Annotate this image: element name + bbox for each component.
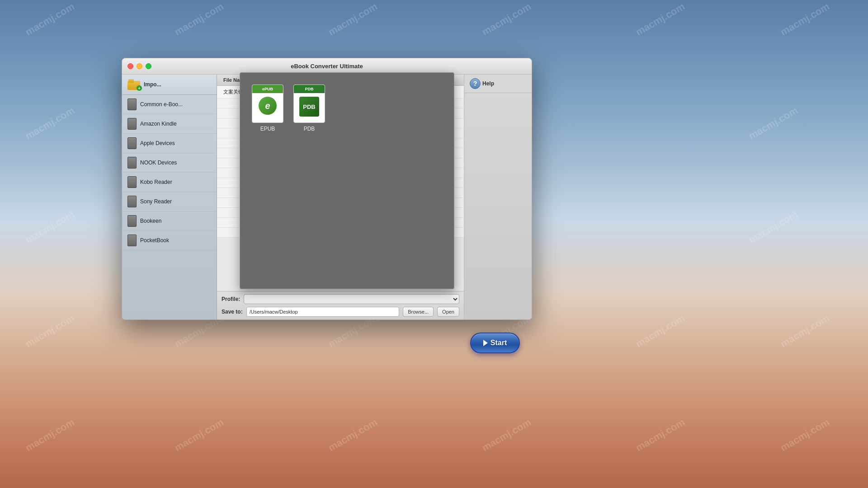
profile-row: Profile: [222, 294, 459, 304]
sidebar-item-label-kobo-reader: Kobo Reader [140, 179, 172, 185]
epub-label: EPUB [260, 126, 275, 132]
browse-button[interactable]: Browse... [403, 307, 434, 317]
sidebar-item-label-pocketbook: PocketBook [140, 237, 169, 244]
sidebar-item-bookeen[interactable]: Bookeen [122, 211, 217, 231]
pdb-format-item[interactable]: PDB PDB PDB [291, 82, 328, 135]
sidebar-items-list: Common e-Boo... Amazon Kindle Apple Devi… [122, 95, 217, 319]
help-icon: ? [470, 78, 481, 89]
import-button[interactable]: + Impo... [122, 75, 217, 95]
sidebar-item-amazon-kindle[interactable]: Amazon Kindle [122, 114, 217, 134]
sidebar-item-common-ebook[interactable]: Common e-Boo... [122, 95, 217, 114]
amazon-kindle-icon [127, 118, 137, 130]
epub-format-item[interactable]: ePUB e EPUB [249, 82, 286, 135]
profile-label: Profile: [222, 296, 240, 302]
import-label: Impo... [144, 81, 161, 88]
save-path-input[interactable] [246, 307, 400, 317]
maximize-button[interactable] [146, 63, 151, 69]
apple-devices-icon [127, 137, 137, 149]
pdb-header: PDB [294, 85, 325, 93]
sidebar-item-label-sony-reader: Sony Reader [140, 198, 172, 205]
open-button[interactable]: Open [437, 307, 459, 317]
sidebar-item-kobo-reader[interactable]: Kobo Reader [122, 173, 217, 192]
sony-reader-icon [127, 196, 137, 207]
add-badge: + [137, 85, 142, 91]
right-panel: ? Help [464, 75, 532, 319]
save-to-label: Save to: [222, 309, 243, 315]
sidebar-item-sony-reader[interactable]: Sony Reader [122, 192, 217, 211]
pdb-box: PDB [299, 97, 319, 117]
close-button[interactable] [127, 63, 133, 69]
sidebar-item-apple-devices[interactable]: Apple Devices [122, 134, 217, 153]
bookeen-icon [127, 215, 137, 227]
format-popup: ePUB e EPUB PDB PDB PDB [240, 72, 454, 289]
epub-header: ePUB [252, 85, 283, 93]
pdb-text: PDB [303, 103, 315, 110]
kobo-reader-icon [127, 176, 137, 188]
sidebar-item-label-amazon-kindle: Amazon Kindle [140, 121, 177, 127]
help-area[interactable]: ? Help [464, 75, 532, 93]
nook-devices-icon [127, 157, 137, 169]
start-play-icon [483, 340, 488, 346]
bottom-bar: Profile: Save to: Browse... Open [217, 291, 464, 319]
traffic-lights [127, 63, 151, 69]
pdb-icon: PDB PDB [293, 84, 325, 123]
epub-logo: e [259, 97, 277, 115]
help-label: Help [482, 80, 494, 87]
window-title: eBook Converter Ultimate [291, 63, 363, 70]
sidebar-item-label-nook-devices: NOOK Devices [140, 160, 177, 166]
save-row: Save to: Browse... Open [222, 307, 459, 317]
sidebar-item-nook-devices[interactable]: NOOK Devices [122, 153, 217, 173]
epub-icon: ePUB e [252, 84, 283, 123]
common-ebook-icon [127, 99, 137, 110]
left-sidebar: + Impo... Common e-Boo... Amazon Kindle … [122, 75, 217, 319]
sidebar-item-label-apple-devices: Apple Devices [140, 140, 175, 146]
pdb-label: PDB [304, 126, 315, 132]
start-button[interactable]: Start [470, 333, 520, 353]
sidebar-item-label-bookeen: Bookeen [140, 218, 161, 224]
pocketbook-icon [127, 235, 137, 246]
sidebar-item-label-common-ebook: Common e-Boo... [140, 101, 183, 108]
sidebar-item-pocketbook[interactable]: PocketBook [122, 231, 217, 250]
start-label: Start [491, 339, 507, 347]
profile-select[interactable] [244, 294, 459, 304]
minimize-button[interactable] [137, 63, 142, 69]
